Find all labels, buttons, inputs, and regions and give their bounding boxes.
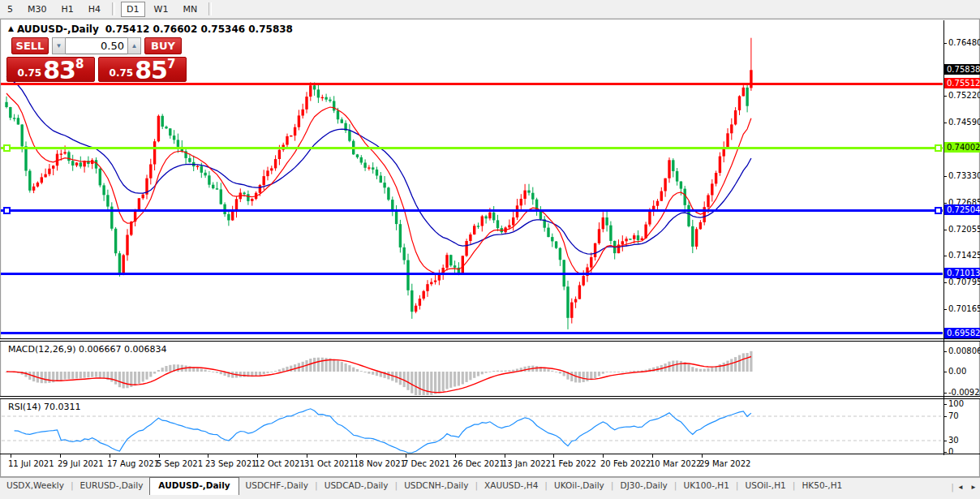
time-axis-tick bbox=[553, 454, 554, 458]
volume-decrease-button[interactable]: ▼ bbox=[52, 37, 66, 54]
date-label: 18 Nov 2021 bbox=[354, 459, 406, 468]
tab-usoil-h1[interactable]: USOil-,H1 bbox=[739, 478, 793, 493]
volume-increase-button[interactable]: ▲ bbox=[127, 37, 141, 54]
price-badge-0.75838: 0.75838 bbox=[944, 64, 980, 75]
indicator-axis-label: -0.00928 bbox=[948, 388, 980, 397]
sell-button[interactable]: SELL bbox=[11, 37, 49, 54]
time-axis-tick bbox=[702, 454, 703, 458]
time-axis-tick bbox=[603, 454, 604, 458]
hline-0.74002[interactable] bbox=[1, 147, 943, 149]
hline-0.72504[interactable] bbox=[1, 209, 943, 212]
date-label: 31 Oct 2021 bbox=[304, 459, 355, 468]
one-click-panel-toggle-icon[interactable]: ▲ bbox=[8, 24, 14, 32]
date-label: 5 Sep 2021 bbox=[157, 459, 203, 468]
timeframe-toolbar: 5M30H1H4D1W1MN bbox=[0, 0, 980, 19]
bid-price-button[interactable]: 0.75838 bbox=[6, 57, 95, 82]
rsi-indicator-label: RSI(14) 70.0311 bbox=[8, 402, 80, 412]
timeframe-button-5[interactable]: 5 bbox=[2, 2, 19, 17]
hline-0.69582[interactable] bbox=[1, 332, 943, 334]
price-badge-0.69582: 0.69582 bbox=[944, 328, 980, 338]
line-handle[interactable] bbox=[3, 144, 11, 152]
time-axis-tick bbox=[505, 454, 505, 458]
price-axis-label: 0.73330 bbox=[948, 171, 980, 180]
price-axis-label: 0.75220 bbox=[948, 91, 980, 100]
tab-dj30-daily[interactable]: DJ30-,Daily bbox=[614, 478, 674, 493]
window-border bbox=[0, 19, 1, 476]
time-axis-tick bbox=[406, 454, 406, 458]
timeframe-button-H4[interactable]: H4 bbox=[83, 2, 106, 17]
date-label: 29 Jul 2021 bbox=[58, 459, 104, 468]
indicator-axis-label: 70 bbox=[948, 411, 959, 420]
price-axis-label: 0.72055 bbox=[948, 225, 980, 234]
time-axis-tick bbox=[60, 454, 61, 458]
bid-price-big-digits: 83 bbox=[43, 59, 75, 81]
indicator-axis-tick bbox=[943, 416, 947, 417]
indicator-axis-label: 0 bbox=[948, 447, 953, 456]
buy-button[interactable]: BUY bbox=[144, 37, 182, 54]
tab-usdcnh-daily[interactable]: USDCNH-,Daily bbox=[398, 478, 475, 493]
date-label: 20 Feb 2022 bbox=[600, 459, 651, 468]
date-label: 26 Dec 2021 bbox=[453, 459, 505, 468]
tab-usdchf-daily[interactable]: USDCHF-,Daily bbox=[239, 478, 315, 493]
tab-eurusd-daily[interactable]: EURUSD-,Daily bbox=[74, 478, 150, 493]
time-axis-tick bbox=[307, 454, 307, 458]
tab-ukoil-daily[interactable]: UKOil-,Daily bbox=[548, 478, 611, 493]
timeframe-button-D1[interactable]: D1 bbox=[121, 2, 144, 17]
timeframe-button-H1[interactable]: H1 bbox=[56, 2, 80, 17]
price-axis-tick bbox=[943, 123, 947, 123]
price-axis-tick bbox=[943, 230, 947, 230]
symbol-tab-bar: USDX,Weekly|EURUSD-,DailyAUDUSD-,DailyUS… bbox=[0, 477, 980, 499]
volume-input[interactable] bbox=[66, 37, 127, 54]
time-axis-tick bbox=[110, 454, 110, 458]
tab-scroll-buttons: |◄► bbox=[951, 478, 980, 496]
tab-xauusd-h4[interactable]: XAUUSD-,H4 bbox=[478, 478, 544, 493]
tab-audusd-daily[interactable]: AUDUSD-,Daily bbox=[149, 477, 239, 495]
tab-scroll-right-icon[interactable]: ► bbox=[967, 484, 980, 491]
tab-uk100-h1[interactable]: UK100-,H1 bbox=[677, 478, 736, 493]
pane-separator bbox=[0, 398, 980, 399]
time-axis-tick bbox=[159, 454, 160, 458]
indicator-axis-tick bbox=[943, 404, 947, 405]
price-badge-0.75512: 0.75512 bbox=[944, 78, 980, 88]
hline-0.71013[interactable] bbox=[1, 273, 943, 275]
date-label: 1 Feb 2022 bbox=[551, 459, 596, 468]
price-axis-tick bbox=[943, 96, 947, 97]
chart-symbol-label: AUDUSD-,Daily bbox=[17, 24, 99, 35]
timeframe-button-W1[interactable]: W1 bbox=[148, 2, 174, 17]
time-axis-tick bbox=[11, 454, 11, 458]
price-badge-0.74002: 0.74002 bbox=[944, 142, 980, 153]
tab-hk50-h1[interactable]: HK50-,H1 bbox=[795, 478, 849, 493]
volume-spinner: ▼ ▲ bbox=[52, 37, 141, 54]
tab-usdcad-daily[interactable]: USDCAD-,Daily bbox=[318, 478, 395, 493]
time-axis-tick bbox=[257, 454, 258, 458]
tab-scroll-left-icon[interactable]: ◄ bbox=[954, 484, 967, 491]
date-label: 29 Mar 2022 bbox=[699, 459, 750, 468]
indicator-axis-tick bbox=[943, 351, 947, 352]
price-axis-label: 0.74590 bbox=[948, 118, 980, 127]
price-axis-tick bbox=[943, 176, 947, 177]
indicator-axis-tick bbox=[943, 441, 947, 441]
indicator-axis-tick bbox=[943, 372, 947, 372]
indicator-axis-label: 100 bbox=[948, 399, 964, 408]
tab-usdx-weekly[interactable]: USDX,Weekly bbox=[0, 478, 71, 493]
price-badge-0.71013: 0.71013 bbox=[944, 268, 980, 278]
time-axis-tick bbox=[455, 454, 456, 458]
time-axis-tick bbox=[356, 454, 357, 458]
price-axis-tick bbox=[943, 309, 947, 310]
price-axis-label: 0.70165 bbox=[948, 304, 980, 313]
time-axis-tick bbox=[208, 454, 208, 458]
mt4-window: 5M30H1H4D1W1MN ▲AUDUSD-,Daily0.75412 0.7… bbox=[0, 0, 980, 499]
ask-price-big-digits: 85 bbox=[135, 59, 167, 81]
line-handle[interactable] bbox=[935, 207, 942, 214]
pane-separator bbox=[0, 341, 980, 342]
date-label: 12 Oct 2021 bbox=[255, 459, 305, 468]
time-axis-tick bbox=[652, 454, 653, 458]
ask-price-button[interactable]: 0.75857 bbox=[98, 57, 187, 82]
timeframe-button-M30[interactable]: M30 bbox=[22, 2, 53, 17]
line-handle[interactable] bbox=[3, 207, 11, 214]
line-handle[interactable] bbox=[935, 144, 942, 152]
toolbar-separator bbox=[208, 2, 212, 15]
timeframe-button-MN[interactable]: MN bbox=[177, 2, 203, 17]
indicator-axis-label: 30 bbox=[948, 436, 959, 445]
price-axis-label: 0.70795 bbox=[948, 277, 980, 286]
